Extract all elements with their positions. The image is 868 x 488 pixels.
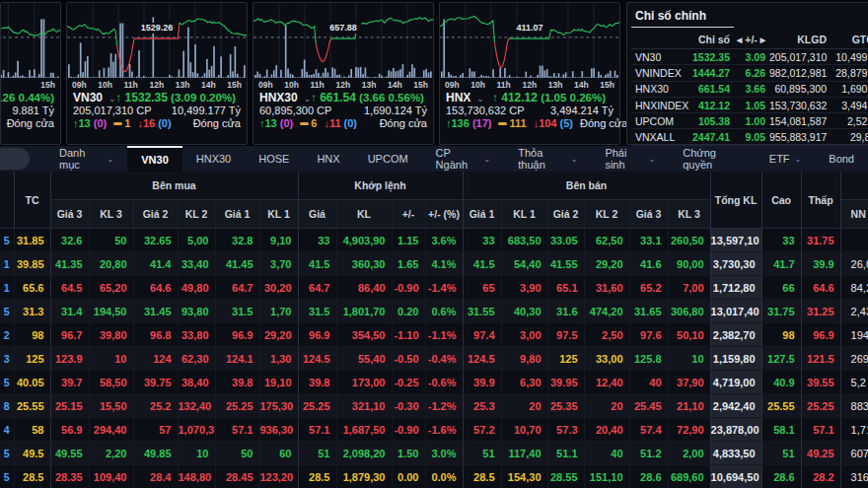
table-row[interactable]: 531.8532.65032.655,0032.89,10334,903,901… [0,229,868,252]
index-price-group: ↑ 1532.35 (3.09 0.20%) [116,92,236,105]
match-volume: 86,40 [336,276,392,300]
tab-danh-mục[interactable]: Danh mục⌄ [45,146,127,172]
price-col-group-TC[interactable]: TC [14,172,50,229]
index-selector-dropdown[interactable]: HNX30⌄ [259,92,311,105]
price-col-header-gi-3[interactable]: Giá 3 [50,200,89,229]
ask-vol-1: 9,80 [501,347,547,371]
index-klgd: 60,895,300 [767,81,829,97]
index-change: (1.05 0.26%) [538,92,606,104]
index-selector-dropdown[interactable]: HNX⌄ [446,92,484,105]
table-row[interactable]: 45856.9294,40571,070,3057.1936,3057.11,6… [0,418,868,442]
tab-cp-ngành[interactable]: CP Ngành⌄ [422,146,505,172]
indices-col-header-gtgd[interactable]: GTGD [829,30,868,49]
change: 1.15 [392,229,425,252]
table-row[interactable]: 3125123.91012462,30124.11,30124.555,40-0… [0,347,868,371]
tab-upcom[interactable]: UPCOM [354,146,422,172]
main-indices-title: Chỉ số chính [631,7,734,28]
indices-row-upcom[interactable]: UPCOM105.381.00154,081,5872,523.1 [631,113,868,129]
price-col-header-gi-1[interactable]: Giá 1 [463,200,501,229]
indices-col-header-change[interactable]: ◂ +/- ▸ [732,30,767,49]
table-row[interactable]: 531.331.4194,5031.4593,8031.51,7031.51,8… [0,300,868,323]
table-row[interactable]: 29896.739,8096.833,8096.929,2096.9354,50… [0,323,868,347]
tabs-scroll-button[interactable] [0,148,30,170]
bid-price-3: 64.5 [50,276,89,300]
indices-row-vnxall[interactable]: VNXALL2447.419.05955,883,91729,842 [631,129,868,145]
time-tick-label: 15h [40,80,55,90]
ref-price: 28.5 [14,465,50,488]
ask-vol-3: 306,80 [668,300,710,323]
tab-hose[interactable]: HOSE [245,146,303,172]
price-col-header-gi-1[interactable]: Giá 1 [215,200,259,229]
price-col-header-gi-2[interactable]: Giá 2 [133,200,178,229]
time-tick-label: 14h [201,80,216,90]
price-col-group-Tổng KL[interactable]: Tổng KL [710,172,761,229]
chevron-down-icon: ⌄ [795,155,802,164]
price-col-header-kl-1[interactable]: KL 1 [259,200,298,229]
indices-row-hnx30[interactable]: HNX30661.543.6660,895,3001,690.12 [631,81,868,97]
price-col-header-+---%-[interactable]: +/- (%) [425,200,463,229]
tab-bond[interactable]: Bond [815,146,868,172]
indices-col-header-klgd[interactable]: KLGD [767,30,829,49]
table-row[interactable]: 139.8541.3520,8041.433,4041.453,7041.536… [0,252,868,276]
symbol-partial: 4 [0,418,14,442]
table-row[interactable]: 165.664.565,2064.649,8064.730,2064.786,4… [0,276,868,300]
match-price: 51 [298,442,336,465]
price-col-header-gi-2[interactable]: Giá 2 [547,200,584,229]
price-col-header-kl-1[interactable]: KL 1 [501,200,547,229]
price-col-group-Bên bán[interactable]: Bên bán [463,172,710,200]
price-col-group-Cao[interactable]: Cao [761,172,801,229]
index-klgd: 955,883,917 [767,129,829,145]
tab-thỏa-thuận[interactable]: Thỏa thuận⌄ [504,146,591,172]
price-col-header-nn-mua[interactable]: NN mua [840,200,868,229]
tab-phái-sinh[interactable]: Phái sinh⌄ [591,146,669,172]
price-col-header-gi-[interactable]: Giá [298,200,336,229]
price-col-header-kl[interactable]: KL [336,200,392,229]
ask-vol-3: 7,00 [668,276,710,300]
price-col-header-kl-2[interactable]: KL 2 [584,200,629,229]
table-row[interactable]: 549.549.552,2049.85105060512,098,201.503… [0,442,868,465]
tab-hnx[interactable]: HNX [303,146,353,172]
index-selector-dropdown[interactable]: VN30⌄ [73,92,116,105]
high-price: 58.1 [761,418,801,442]
tab-hnx30[interactable]: HNX30 [182,146,245,172]
change: 1.50 [392,442,425,465]
table-row[interactable]: 540.0539.758,5039.7538,4039.819,1039.817… [0,371,868,394]
indices-row-hnxindex[interactable]: HNXINDEX412.121.05153,730,6323,494.21 [631,97,868,112]
ask-vol-1: 154,30 [501,465,547,488]
price-col-header-+--[interactable]: +/- [392,200,425,229]
indices-row-vn30[interactable]: VN301532.353.09205,017,31010,499.17 [631,49,868,65]
tab-chứng-quyền[interactable]: Chứng quyền [669,146,756,172]
match-price: 57.1 [298,418,336,442]
time-tick-label: 15h [413,80,428,90]
trading-value: 10,499.177 Tỷ [172,105,241,117]
breadth-row: ↑13 (0)1↓16 (0)Đóng cửa [67,117,247,130]
index-gtgd: 3,494.21 [829,97,868,112]
total-volume: 4,719,00 [710,371,761,394]
ask-price-3: 31.65 [629,300,668,323]
price-col-group-Thấp[interactable]: Thấp [801,172,840,229]
table-row[interactable]: 528.528.35109,4028.4148,8028.45123,2028.… [0,465,868,488]
indices-row-vnindex[interactable]: VNINDEX1444.276.26982,012,98128,879.88 [631,65,868,81]
price-board: TCBên muaKhớp lệnhBên bánTổng KLCaoThấp … [0,172,868,488]
indices-col-header-chiso[interactable]: Chỉ số [687,30,732,49]
ask-vol-2: 2,50 [584,323,629,347]
price-col-header-gi-3[interactable]: Giá 3 [629,200,668,229]
tab-etf[interactable]: ETF⌄ [756,146,815,172]
volume-value-row: 153,730,632 CP3,494.214 Tỷ [440,105,619,117]
price-col-header-kl-2[interactable]: KL 2 [178,200,215,229]
index-summary-row: VN30⌄↑ 1532.35 (3.09 0.20%) [67,92,247,105]
bid-vol-1: 29,20 [259,323,298,347]
index-value: 661.54 [687,81,732,97]
price-col-header-kl-3[interactable]: KL 3 [668,200,710,229]
price-col-header-kl-3[interactable]: KL 3 [89,200,133,229]
foreign-buy: 1,712, [840,418,868,442]
tab-vn30[interactable]: VN30 [127,146,182,172]
time-tick-label: 13h [362,80,377,90]
table-row[interactable]: 825.5525.1515,5025.2132,4025.25175,3025.… [0,394,868,418]
price-col-group-Khớp lệnh[interactable]: Khớp lệnh [298,172,463,200]
change-pct: 0.6% [425,300,463,323]
bid-vol-2: 1,070,30 [178,418,215,442]
ask-vol-1: 117,40 [501,442,547,465]
price-col-group-Bên mua[interactable]: Bên mua [50,172,298,200]
sparkline-chart [0,3,60,78]
